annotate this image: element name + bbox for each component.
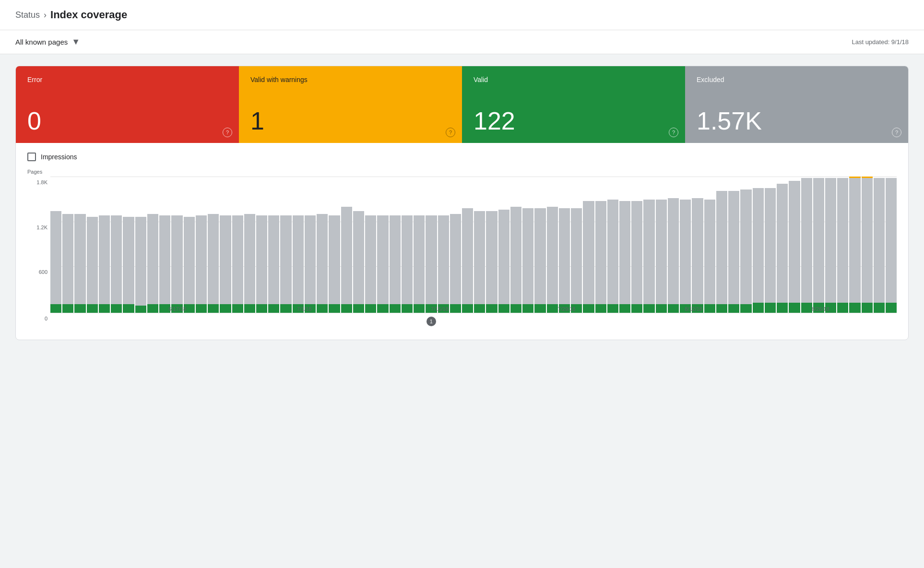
y-label-0: 0 — [45, 316, 47, 321]
bar-group — [849, 177, 860, 313]
impressions-label: Impressions — [41, 153, 77, 161]
bar-group — [740, 177, 751, 313]
bar-group — [341, 177, 352, 313]
bar-group — [886, 177, 897, 313]
bar-group — [268, 177, 279, 313]
bar-segment-grey — [837, 178, 848, 303]
bar-group — [631, 177, 642, 313]
bar-group — [777, 177, 788, 313]
filter-dropdown[interactable]: All known pages ▼ — [15, 37, 80, 47]
bar-segment-grey — [450, 214, 461, 304]
bar-segment-grey — [123, 217, 134, 304]
bar-segment-grey — [498, 210, 509, 304]
x-axis-label: 6/17/18 — [168, 306, 186, 312]
bar-group — [559, 177, 570, 313]
bar-group — [171, 177, 182, 313]
bar-segment-grey — [329, 215, 340, 304]
bar-group — [498, 177, 509, 313]
bars-area: 1 — [50, 177, 897, 313]
bar-group — [220, 177, 231, 313]
bar-group — [753, 177, 764, 313]
bar-group — [293, 177, 304, 313]
bar-group — [317, 177, 328, 313]
tile-error-value: 0 — [27, 108, 227, 133]
bar-segment-grey — [862, 178, 873, 303]
chart-container: Pages 1.8K 1.2K 600 — [27, 169, 897, 332]
impressions-row: Impressions — [27, 153, 897, 161]
bar-group — [510, 177, 521, 313]
last-updated-label: Last updated: 9/1/18 — [852, 38, 909, 46]
bar-group — [244, 177, 255, 313]
y-label-600: 600 — [39, 269, 47, 275]
bar-group — [837, 177, 848, 313]
bar-group — [74, 177, 85, 313]
x-axis-label: 8/12/18 — [685, 306, 702, 312]
bar-segment-grey — [74, 214, 85, 304]
index-coverage-card: Error 0 ? Valid with warnings 1 ? Valid … — [15, 66, 909, 340]
bar-group — [680, 177, 691, 313]
bar-segment-grey — [280, 215, 291, 304]
bar-group — [414, 177, 425, 313]
bar-group — [692, 177, 703, 313]
tile-excluded[interactable]: Excluded 1.57K ? — [685, 66, 908, 143]
bar-group — [765, 177, 776, 313]
y-label-1.2k: 1.2K — [36, 225, 47, 230]
bar-segment-grey — [643, 200, 654, 304]
bar-segment-grey — [184, 217, 195, 304]
bar-group — [123, 177, 134, 313]
bar-segment-grey — [559, 208, 570, 304]
bar-segment-grey — [474, 211, 485, 304]
tile-excluded-help-icon[interactable]: ? — [892, 128, 901, 137]
bar-segment-grey — [607, 200, 618, 304]
bar-segment-grey — [765, 188, 776, 303]
bar-group — [99, 177, 110, 313]
bar-group — [474, 177, 485, 313]
tile-error[interactable]: Error 0 ? — [16, 66, 239, 143]
bar-segment-grey — [390, 215, 401, 304]
bar-group — [789, 177, 800, 313]
bar-group — [280, 177, 291, 313]
bar-segment-grey — [426, 215, 437, 304]
breadcrumb-arrow: › — [44, 10, 47, 20]
bar-segment-grey — [874, 178, 885, 303]
bar-group — [184, 177, 195, 313]
bar-group — [547, 177, 558, 313]
bar-segment-grey — [619, 201, 630, 304]
bar-group — [208, 177, 219, 313]
y-axis-label: Pages — [27, 169, 42, 175]
tile-valid-help-icon[interactable]: ? — [669, 128, 678, 137]
bar-group — [583, 177, 594, 313]
bar-segment-grey — [341, 207, 352, 304]
tile-warning[interactable]: Valid with warnings 1 ? — [239, 66, 462, 143]
bar-group — [607, 177, 618, 313]
bar-group — [716, 177, 727, 313]
bar-segment-grey — [595, 201, 606, 304]
chart-inner: 1.8K 1.2K 600 0 — [50, 177, 897, 313]
impressions-checkbox[interactable] — [27, 153, 36, 161]
bar-segment-grey — [208, 214, 219, 304]
bar-segment-grey — [728, 191, 739, 304]
bar-group — [656, 177, 667, 313]
bar-group — [390, 177, 401, 313]
tile-warning-help-icon[interactable]: ? — [446, 128, 455, 137]
y-label-1.8k: 1.8K — [36, 179, 47, 185]
bar-segment-grey — [631, 201, 642, 304]
filter-label: All known pages — [15, 38, 68, 46]
header: Status › Index coverage — [0, 0, 924, 30]
x-axis-label: 7/15/18 — [431, 306, 449, 312]
bar-group — [595, 177, 606, 313]
tile-error-label: Error — [27, 76, 227, 83]
bar-segment-grey — [486, 211, 497, 304]
tile-valid-label: Valid — [474, 76, 674, 83]
chevron-down-icon: ▼ — [71, 37, 80, 47]
tile-error-help-icon[interactable]: ? — [223, 128, 232, 137]
bar-group — [619, 177, 630, 313]
bar-segment-grey — [196, 215, 207, 304]
bar-group — [522, 177, 533, 313]
bar-segment-grey — [704, 200, 715, 304]
bar-segment-grey — [462, 208, 473, 304]
bar-group — [111, 177, 122, 313]
bar-group — [329, 177, 340, 313]
tile-valid[interactable]: Valid 122 ? — [462, 66, 685, 143]
bar-segment-grey — [438, 215, 449, 304]
